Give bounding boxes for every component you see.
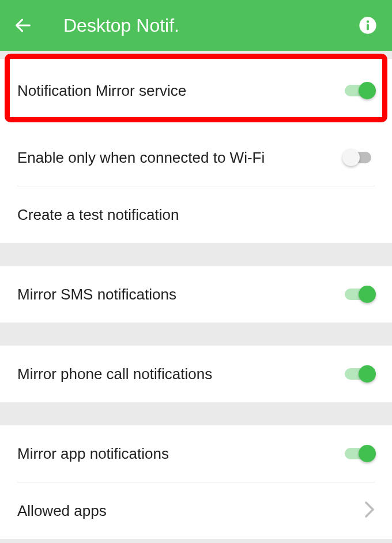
toggle-mirror-app[interactable] — [344, 448, 375, 459]
row-label: Mirror phone call notifications — [17, 365, 344, 383]
section-apps: Mirror app notifications Allowed apps — [0, 425, 392, 539]
row-mirror-app[interactable]: Mirror app notifications — [0, 425, 392, 482]
row-mirror-phone[interactable]: Mirror phone call notifications — [0, 346, 392, 402]
switch-thumb — [359, 82, 376, 99]
spacer — [0, 119, 392, 129]
row-label: Enable only when connected to Wi-Fi — [17, 149, 344, 167]
section-gap — [0, 402, 392, 425]
info-button[interactable] — [357, 15, 378, 36]
back-arrow-icon — [13, 16, 33, 35]
section-sms: Mirror SMS notifications — [0, 266, 392, 323]
back-button[interactable] — [12, 14, 35, 37]
toggle-wifi-only[interactable] — [344, 152, 375, 163]
row-mirror-service[interactable]: Notification Mirror service — [0, 68, 392, 113]
toggle-mirror-service[interactable] — [344, 85, 375, 96]
settings-list: Notification Mirror service Enable only … — [0, 51, 392, 539]
highlighted-row-wrapper: Notification Mirror service — [0, 59, 392, 119]
row-mirror-sms[interactable]: Mirror SMS notifications — [0, 266, 392, 323]
toggle-mirror-phone[interactable] — [344, 368, 375, 380]
switch-thumb — [359, 445, 376, 462]
toggle-mirror-sms[interactable] — [344, 289, 375, 300]
row-wifi-only[interactable]: Enable only when connected to Wi-Fi — [0, 129, 392, 186]
row-allowed-apps[interactable]: Allowed apps — [0, 482, 392, 539]
switch-thumb — [342, 149, 360, 166]
app-header: Desktop Notif. — [0, 0, 392, 51]
row-test-notification[interactable]: Create a test notification — [0, 186, 392, 243]
info-icon — [359, 16, 377, 35]
section-gap — [0, 243, 392, 266]
row-label: Create a test notification — [17, 206, 375, 224]
section-general: Notification Mirror service Enable only … — [0, 59, 392, 243]
section-gap — [0, 323, 392, 346]
switch-thumb — [359, 365, 376, 383]
switch-thumb — [359, 286, 376, 303]
row-label: Notification Mirror service — [17, 82, 344, 100]
section-phone: Mirror phone call notifications — [0, 346, 392, 402]
chevron-right-icon — [364, 501, 375, 520]
row-label: Mirror SMS notifications — [17, 286, 344, 304]
row-label: Allowed apps — [17, 502, 364, 520]
page-title: Desktop Notif. — [63, 15, 357, 36]
svg-point-2 — [367, 20, 370, 23]
row-label: Mirror app notifications — [17, 445, 344, 463]
svg-rect-3 — [367, 24, 369, 31]
